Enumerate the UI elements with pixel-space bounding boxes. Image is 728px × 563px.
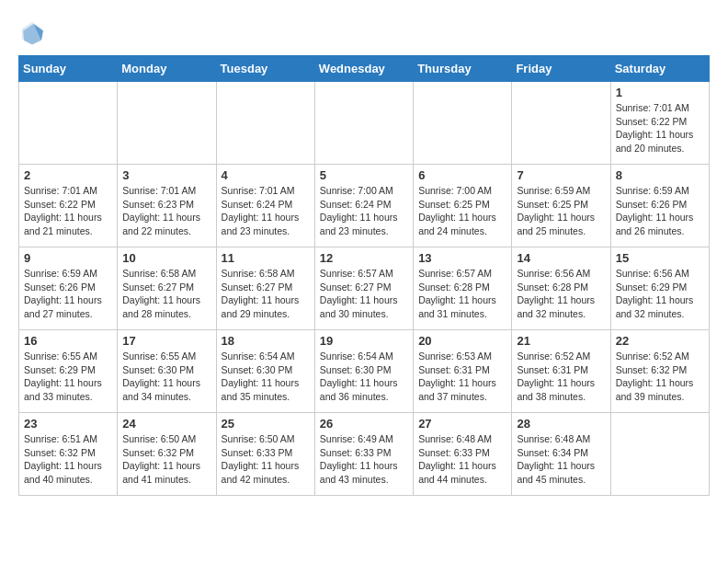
day-info: Sunrise: 6:54 AM Sunset: 6:30 PM Dayligh…: [222, 350, 310, 404]
calendar-cell: 3Sunrise: 7:01 AM Sunset: 6:23 PM Daylig…: [118, 165, 216, 247]
day-number: 3: [122, 168, 210, 182]
calendar-cell: 26Sunrise: 6:49 AM Sunset: 6:33 PM Dayli…: [314, 413, 413, 496]
day-number: 23: [24, 417, 112, 431]
day-number: 21: [517, 334, 605, 348]
day-header-sunday: Sunday: [19, 56, 118, 82]
calendar-cell: [610, 413, 709, 496]
calendar-cell: 8Sunrise: 6:59 AM Sunset: 6:26 PM Daylig…: [610, 165, 709, 247]
day-info: Sunrise: 6:58 AM Sunset: 6:27 PM Dayligh…: [122, 267, 210, 321]
calendar-cell: 4Sunrise: 7:01 AM Sunset: 6:24 PM Daylig…: [216, 165, 314, 247]
day-info: Sunrise: 7:01 AM Sunset: 6:22 PM Dayligh…: [24, 184, 112, 238]
calendar-cell: 16Sunrise: 6:55 AM Sunset: 6:29 PM Dayli…: [19, 330, 118, 413]
calendar-cell: [19, 82, 118, 165]
calendar-cell: 18Sunrise: 6:54 AM Sunset: 6:30 PM Dayli…: [216, 330, 314, 413]
calendar-cell: [314, 82, 413, 165]
calendar-cell: 11Sunrise: 6:58 AM Sunset: 6:27 PM Dayli…: [216, 247, 314, 330]
day-info: Sunrise: 7:01 AM Sunset: 6:24 PM Dayligh…: [222, 184, 310, 238]
day-number: 20: [418, 334, 506, 348]
calendar-cell: 12Sunrise: 6:57 AM Sunset: 6:27 PM Dayli…: [314, 247, 413, 330]
day-info: Sunrise: 7:00 AM Sunset: 6:24 PM Dayligh…: [320, 184, 408, 238]
calendar-cell: 7Sunrise: 6:59 AM Sunset: 6:25 PM Daylig…: [512, 165, 610, 247]
day-info: Sunrise: 7:00 AM Sunset: 6:25 PM Dayligh…: [418, 184, 506, 238]
calendar-cell: 13Sunrise: 6:57 AM Sunset: 6:28 PM Dayli…: [414, 247, 512, 330]
day-number: 5: [320, 168, 408, 182]
day-header-saturday: Saturday: [610, 56, 709, 82]
day-info: Sunrise: 6:53 AM Sunset: 6:31 PM Dayligh…: [418, 350, 506, 404]
calendar-cell: 6Sunrise: 7:00 AM Sunset: 6:25 PM Daylig…: [414, 165, 512, 247]
day-number: 13: [418, 251, 506, 265]
day-info: Sunrise: 6:56 AM Sunset: 6:29 PM Dayligh…: [616, 267, 704, 321]
day-number: 27: [418, 417, 506, 431]
day-number: 2: [24, 168, 112, 182]
day-number: 18: [222, 334, 310, 348]
day-number: 7: [517, 168, 605, 182]
day-info: Sunrise: 6:59 AM Sunset: 6:25 PM Dayligh…: [517, 184, 605, 238]
calendar-week-3: 9Sunrise: 6:59 AM Sunset: 6:26 PM Daylig…: [19, 247, 710, 330]
day-info: Sunrise: 7:01 AM Sunset: 6:23 PM Dayligh…: [122, 184, 210, 238]
day-header-friday: Friday: [512, 56, 610, 82]
day-info: Sunrise: 6:48 AM Sunset: 6:34 PM Dayligh…: [517, 432, 605, 487]
day-number: 28: [517, 417, 605, 431]
day-number: 9: [24, 251, 112, 265]
day-header-wednesday: Wednesday: [314, 56, 413, 82]
calendar-week-5: 23Sunrise: 6:51 AM Sunset: 6:32 PM Dayli…: [19, 413, 710, 496]
calendar-week-4: 16Sunrise: 6:55 AM Sunset: 6:29 PM Dayli…: [19, 330, 710, 413]
calendar-week-1: 1Sunrise: 7:01 AM Sunset: 6:22 PM Daylig…: [19, 82, 710, 165]
calendar-cell: 28Sunrise: 6:48 AM Sunset: 6:34 PM Dayli…: [512, 413, 610, 496]
day-header-thursday: Thursday: [414, 56, 512, 82]
calendar-table: SundayMondayTuesdayWednesdayThursdayFrid…: [18, 55, 710, 496]
day-info: Sunrise: 6:57 AM Sunset: 6:28 PM Dayligh…: [418, 267, 506, 321]
page-header: [18, 18, 710, 46]
day-info: Sunrise: 6:49 AM Sunset: 6:33 PM Dayligh…: [320, 432, 408, 487]
calendar-cell: [118, 82, 216, 165]
calendar-cell: 25Sunrise: 6:50 AM Sunset: 6:33 PM Dayli…: [216, 413, 314, 496]
calendar-cell: 23Sunrise: 6:51 AM Sunset: 6:32 PM Dayli…: [19, 413, 118, 496]
day-info: Sunrise: 6:55 AM Sunset: 6:30 PM Dayligh…: [122, 350, 210, 404]
day-info: Sunrise: 6:52 AM Sunset: 6:31 PM Dayligh…: [517, 350, 605, 404]
day-info: Sunrise: 7:01 AM Sunset: 6:22 PM Dayligh…: [616, 101, 704, 155]
calendar-cell: 21Sunrise: 6:52 AM Sunset: 6:31 PM Dayli…: [512, 330, 610, 413]
calendar-header-row: SundayMondayTuesdayWednesdayThursdayFrid…: [19, 56, 710, 82]
day-number: 1: [616, 86, 704, 99]
calendar-cell: 10Sunrise: 6:58 AM Sunset: 6:27 PM Dayli…: [118, 247, 216, 330]
logo-icon: [18, 18, 46, 46]
day-info: Sunrise: 6:50 AM Sunset: 6:33 PM Dayligh…: [222, 432, 310, 487]
day-info: Sunrise: 6:54 AM Sunset: 6:30 PM Dayligh…: [320, 350, 408, 404]
calendar-cell: 24Sunrise: 6:50 AM Sunset: 6:32 PM Dayli…: [118, 413, 216, 496]
day-info: Sunrise: 6:52 AM Sunset: 6:32 PM Dayligh…: [616, 350, 704, 404]
calendar-cell: 22Sunrise: 6:52 AM Sunset: 6:32 PM Dayli…: [610, 330, 709, 413]
calendar-cell: 15Sunrise: 6:56 AM Sunset: 6:29 PM Dayli…: [610, 247, 709, 330]
day-number: 19: [320, 334, 408, 348]
day-number: 22: [616, 334, 704, 348]
calendar-cell: 14Sunrise: 6:56 AM Sunset: 6:28 PM Dayli…: [512, 247, 610, 330]
day-info: Sunrise: 6:55 AM Sunset: 6:29 PM Dayligh…: [24, 350, 112, 404]
day-number: 26: [320, 417, 408, 431]
calendar-cell: 19Sunrise: 6:54 AM Sunset: 6:30 PM Dayli…: [314, 330, 413, 413]
day-number: 6: [418, 168, 506, 182]
day-number: 8: [616, 168, 704, 182]
day-number: 17: [122, 334, 210, 348]
day-number: 25: [222, 417, 310, 431]
day-info: Sunrise: 6:59 AM Sunset: 6:26 PM Dayligh…: [24, 267, 112, 321]
day-info: Sunrise: 6:57 AM Sunset: 6:27 PM Dayligh…: [320, 267, 408, 321]
calendar-cell: 1Sunrise: 7:01 AM Sunset: 6:22 PM Daylig…: [610, 82, 709, 165]
day-number: 15: [616, 251, 704, 265]
calendar-cell: 9Sunrise: 6:59 AM Sunset: 6:26 PM Daylig…: [19, 247, 118, 330]
day-info: Sunrise: 6:58 AM Sunset: 6:27 PM Dayligh…: [222, 267, 310, 321]
day-info: Sunrise: 6:48 AM Sunset: 6:33 PM Dayligh…: [418, 432, 506, 487]
day-number: 10: [122, 251, 210, 265]
calendar-cell: 20Sunrise: 6:53 AM Sunset: 6:31 PM Dayli…: [414, 330, 512, 413]
day-number: 4: [222, 168, 310, 182]
day-info: Sunrise: 6:50 AM Sunset: 6:32 PM Dayligh…: [122, 432, 210, 487]
day-number: 11: [222, 251, 310, 265]
calendar-cell: [414, 82, 512, 165]
calendar-cell: 2Sunrise: 7:01 AM Sunset: 6:22 PM Daylig…: [19, 165, 118, 247]
day-number: 24: [122, 417, 210, 431]
calendar-cell: 27Sunrise: 6:48 AM Sunset: 6:33 PM Dayli…: [414, 413, 512, 496]
day-number: 16: [24, 334, 112, 348]
logo: [18, 18, 50, 46]
calendar-cell: [512, 82, 610, 165]
day-info: Sunrise: 6:56 AM Sunset: 6:28 PM Dayligh…: [517, 267, 605, 321]
calendar-cell: 17Sunrise: 6:55 AM Sunset: 6:30 PM Dayli…: [118, 330, 216, 413]
day-info: Sunrise: 6:51 AM Sunset: 6:32 PM Dayligh…: [24, 432, 112, 487]
